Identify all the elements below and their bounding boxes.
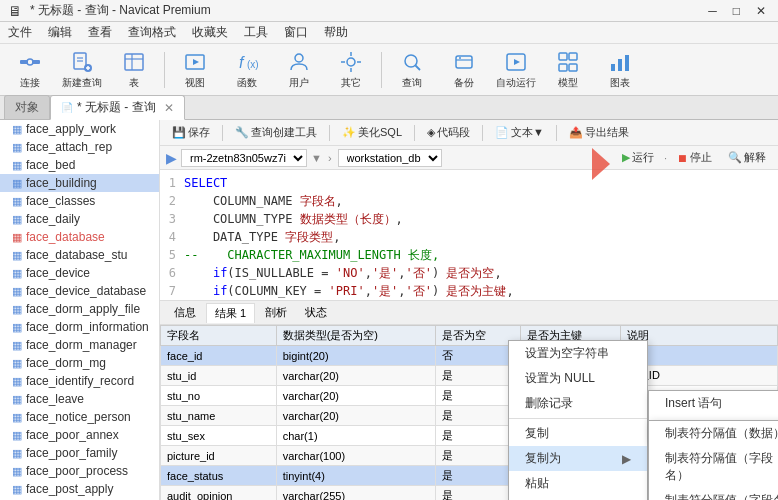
sidebar-item-face-classes[interactable]: ▦ face_classes xyxy=(0,192,159,210)
sidebar-item-face-dorm-manager[interactable]: ▦ face_dorm_manager xyxy=(0,336,159,354)
chart-btn[interactable]: 图表 xyxy=(596,48,644,92)
sidebar-item-face-device-database[interactable]: ▦ face_device_database xyxy=(0,282,159,300)
sidebar-item-face-database-stu[interactable]: ▦ face_database_stu xyxy=(0,246,159,264)
ctx-paste[interactable]: 粘贴 xyxy=(509,471,647,496)
ctx-set-empty-string[interactable]: 设置为空字符串 xyxy=(509,341,647,366)
sidebar-item-face-dorm-mg[interactable]: ▦ face_dorm_mg xyxy=(0,354,159,372)
sidebar-item-face-building[interactable]: ▦ face_building xyxy=(0,174,159,192)
model-btn[interactable]: 模型 xyxy=(544,48,592,92)
ctx-tab-separated-both[interactable]: 制表符分隔值（字段名和数据） xyxy=(649,488,778,500)
autorun-icon xyxy=(504,50,528,74)
results-tabs: 信息 结果 1 剖析 状态 xyxy=(160,301,778,325)
maximize-btn[interactable]: □ xyxy=(729,4,744,18)
sidebar-item-face-device[interactable]: ▦ face_device xyxy=(0,264,159,282)
menu-window[interactable]: 窗口 xyxy=(276,22,316,43)
model-icon xyxy=(556,50,580,74)
cell-field: picture_id xyxy=(161,446,277,466)
tab-query[interactable]: 📄 * 无标题 - 查询 ✕ xyxy=(50,95,185,120)
stop-btn[interactable]: ⏹ 停止 xyxy=(671,149,718,166)
run-btn[interactable]: ▶ 运行 xyxy=(616,149,660,166)
minimize-btn[interactable]: ─ xyxy=(704,4,721,18)
export-results-btn[interactable]: 📤 导出结果 xyxy=(563,124,635,141)
sidebar-item-face-notice-person[interactable]: ▦ face_notice_person xyxy=(0,408,159,426)
chart-label: 图表 xyxy=(610,76,630,90)
code-editor[interactable]: 12345 6789 SELECT COLUMN_NAME 字段名, COLUM… xyxy=(160,170,778,300)
sidebar-item-face-bed[interactable]: ▦ face_bed xyxy=(0,156,159,174)
other-icon xyxy=(339,50,363,74)
sidebar-item-face-identify-record[interactable]: ▦ face_identify_record xyxy=(0,372,159,390)
menu-tools[interactable]: 工具 xyxy=(236,22,276,43)
sidebar-item-face-attach-rep[interactable]: ▦ face_attach_rep xyxy=(0,138,159,156)
tab-object[interactable]: 对象 xyxy=(4,95,50,119)
chart-icon xyxy=(608,50,632,74)
close-tab-icon[interactable]: ✕ xyxy=(164,101,174,115)
results-tab-result1[interactable]: 结果 1 xyxy=(206,303,255,323)
sidebar-item-face-post-apply[interactable]: ▦ face_post_apply xyxy=(0,480,159,498)
beautify-sql-btn[interactable]: ✨ 美化SQL xyxy=(336,124,408,141)
new-query-btn[interactable]: 新建查询 xyxy=(58,48,106,92)
backup-btn[interactable]: 备份 xyxy=(440,48,488,92)
table-small-icon: ▦ xyxy=(12,447,22,460)
sidebar-item-face-daily[interactable]: ▦ face_daily xyxy=(0,210,159,228)
sidebar-item-face-leave[interactable]: ▦ face_leave xyxy=(0,390,159,408)
query-btn[interactable]: 查询 xyxy=(388,48,436,92)
save-icon: 💾 xyxy=(172,126,186,139)
results-tab-status[interactable]: 状态 xyxy=(297,303,335,322)
results-tab-info[interactable]: 信息 xyxy=(166,303,204,322)
menu-favorites[interactable]: 收藏夹 xyxy=(184,22,236,43)
text-mode-btn[interactable]: 📄 文本▼ xyxy=(489,124,550,141)
results-tab-profiling[interactable]: 剖析 xyxy=(257,303,295,322)
menu-view[interactable]: 查看 xyxy=(80,22,120,43)
connect-btn[interactable]: 连接 xyxy=(6,48,54,92)
sidebar-item-face-database[interactable]: ▦ face_database xyxy=(0,228,159,246)
ctx-insert-stmt[interactable]: Insert 语句 xyxy=(649,391,778,416)
menu-file[interactable]: 文件 xyxy=(0,22,40,43)
cell-field: stu_id xyxy=(161,366,277,386)
ctx-show[interactable]: 显示 ▶ xyxy=(509,496,647,500)
sidebar-item-face-dorm-apply-file[interactable]: ▦ face_dorm_apply_file xyxy=(0,300,159,318)
sidebar-item-face-poor-process[interactable]: ▦ face_poor_process xyxy=(0,462,159,480)
database-select[interactable]: workstation_db xyxy=(338,149,442,167)
table-small-icon: ▦ xyxy=(12,357,22,370)
table-row[interactable]: face_id bigint(20) 否 是 ID xyxy=(161,346,778,366)
code-snippet-btn[interactable]: ◈ 代码段 xyxy=(421,124,476,141)
code-content[interactable]: SELECT COLUMN_NAME 字段名, COLUMN_TYPE 数据类型… xyxy=(184,174,774,296)
view-btn[interactable]: 视图 xyxy=(171,48,219,92)
sidebar-item-face-poor-family[interactable]: ▦ face_poor_family xyxy=(0,444,159,462)
ctx-delete-record[interactable]: 删除记录 xyxy=(509,391,647,416)
main-toolbar: 连接 新建查询 表 视图 f(x) 函数 用户 其它 xyxy=(0,44,778,96)
menu-help[interactable]: 帮助 xyxy=(316,22,356,43)
ctx-set-null[interactable]: 设置为 NULL xyxy=(509,366,647,391)
conn-arrow-icon: ▶ xyxy=(166,150,177,166)
connection-select[interactable]: rm-2zetn83n05wz7i xyxy=(181,149,307,167)
table-btn[interactable]: 表 xyxy=(110,48,158,92)
ctx-tab-separated-field[interactable]: 制表符分隔值（字段名） xyxy=(649,446,778,488)
menu-query-format[interactable]: 查询格式 xyxy=(120,22,184,43)
table-small-icon: ▦ xyxy=(12,465,22,478)
close-btn[interactable]: ✕ xyxy=(752,4,770,18)
beautify-icon: ✨ xyxy=(342,126,356,139)
explain-icon: 🔍 xyxy=(728,151,742,164)
text-mode-icon: 📄 xyxy=(495,126,509,139)
table-small-icon: ▦ xyxy=(12,375,22,388)
other-btn[interactable]: 其它 xyxy=(327,48,375,92)
svg-marker-13 xyxy=(193,59,199,65)
ctx-tab-separated-data[interactable]: 制表符分隔值（数据） xyxy=(649,421,778,446)
svg-rect-34 xyxy=(618,59,622,71)
cell-type: varchar(20) xyxy=(276,366,436,386)
ctx-copy[interactable]: 复制 xyxy=(509,421,647,446)
user-btn[interactable]: 用户 xyxy=(275,48,323,92)
svg-line-23 xyxy=(416,65,421,70)
submenu-arrow-icon: ▶ xyxy=(622,452,631,466)
autorun-btn[interactable]: 自动运行 xyxy=(492,48,540,92)
save-btn[interactable]: 💾 保存 xyxy=(166,124,216,141)
ctx-copy-as[interactable]: 复制为 ▶ xyxy=(509,446,647,471)
query-builder-btn[interactable]: 🔧 查询创建工具 xyxy=(229,124,323,141)
explain-btn[interactable]: 🔍 解释 xyxy=(722,149,772,166)
sidebar-item-face-apply-work[interactable]: ▦ face_apply_work xyxy=(0,120,159,138)
menu-edit[interactable]: 编辑 xyxy=(40,22,80,43)
function-btn[interactable]: f(x) 函数 xyxy=(223,48,271,92)
sidebar-item-face-dorm-information[interactable]: ▦ face_dorm_information xyxy=(0,318,159,336)
table-row[interactable]: stu_id varchar(20) 是 否 学生ID xyxy=(161,366,778,386)
sidebar-item-face-poor-annex[interactable]: ▦ face_poor_annex xyxy=(0,426,159,444)
